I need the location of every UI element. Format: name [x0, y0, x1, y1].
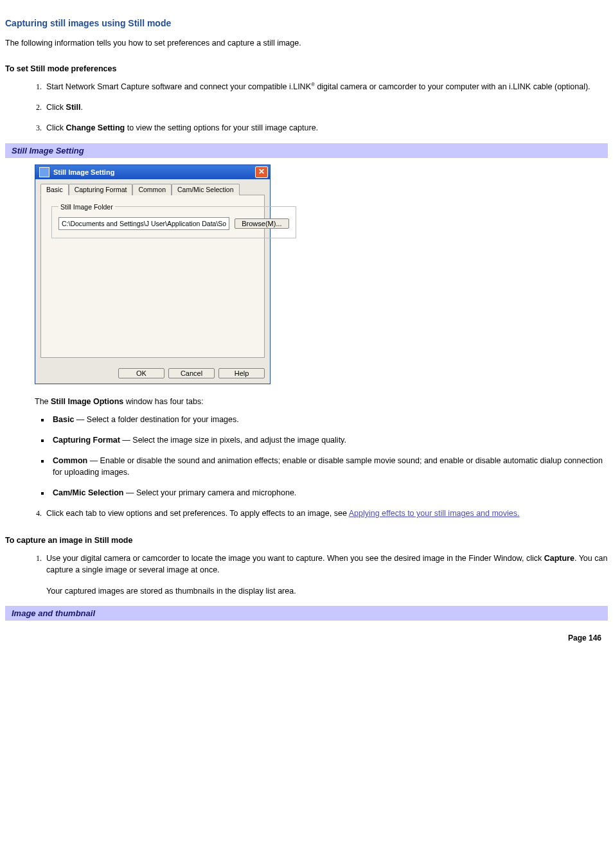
close-icon[interactable]: ✕ [255, 166, 268, 178]
dialog-button-row: OK Cancel Help [35, 364, 270, 384]
capture-step-1-note: Your captured images are stored as thumb… [46, 585, 608, 597]
capture-steps: Use your digital camera or camcorder to … [5, 553, 608, 596]
bullet-cam-mic: Cam/Mic Selection — Select your primary … [50, 487, 608, 499]
capture-step-1: Use your digital camera or camcorder to … [44, 553, 608, 596]
step-3: Click Change Setting to view the setting… [44, 122, 608, 134]
ok-button[interactable]: OK [118, 368, 164, 378]
figure-caption-image-thumbnail: Image and thumbnail [5, 606, 608, 621]
options-intro: The Still Image Options window has four … [35, 397, 608, 406]
dialog-still-image-setting: Still Image Setting ✕ Basic Capturing Fo… [35, 164, 271, 384]
step-2: Click Still. [44, 102, 608, 113]
intro-text: The following information tells you how … [5, 39, 608, 48]
bullet-basic-text: — Select a folder destination for your i… [74, 415, 238, 424]
dialog-title: Still Image Setting [53, 168, 255, 176]
bullet-capturing-format-bold: Capturing Format [53, 436, 120, 445]
bullet-capturing-format-text: — Select the image size in pixels, and a… [120, 436, 346, 445]
tab-common[interactable]: Common [132, 184, 172, 195]
step-1: Start Network Smart Capture software and… [44, 81, 608, 93]
options-intro-pre: The [35, 397, 51, 406]
step-4: Click each tab to view options and set p… [44, 508, 608, 519]
section-heading-capture: To capture an image in Still mode [5, 536, 608, 545]
bullet-cam-mic-bold: Cam/Mic Selection [53, 488, 123, 497]
capture-step-1a: Use your digital camera or camcorder to … [46, 554, 544, 563]
bullet-cam-mic-text: — Select your primary camera and microph… [123, 488, 296, 497]
options-intro-bold: Still Image Options [51, 397, 123, 406]
step-4-pre: Click each tab to view options and set p… [46, 509, 349, 518]
tab-description-list: Basic — Select a folder destination for … [5, 414, 608, 499]
tab-strip: Basic Capturing Format Common Cam/Mic Se… [40, 183, 265, 195]
options-intro-post: window has four tabs: [123, 397, 203, 406]
bullet-capturing-format: Capturing Format — Select the image size… [50, 434, 608, 446]
link-applying-effects[interactable]: Applying effects to your still images an… [349, 509, 520, 518]
step-3-bold: Change Setting [66, 123, 125, 132]
step-2-pre: Click [46, 103, 66, 112]
bullet-common: Common — Enable or disable the sound and… [50, 455, 608, 478]
browse-button[interactable]: Browse(M)... [235, 218, 289, 229]
step-3-pre: Click [46, 123, 66, 132]
preferences-steps: Start Network Smart Capture software and… [5, 81, 608, 134]
bullet-basic: Basic — Select a folder destination for … [50, 414, 608, 425]
section-heading-preferences: To set Still mode preferences [5, 64, 608, 73]
app-icon [39, 167, 49, 177]
bullet-common-bold: Common [53, 456, 87, 465]
step-2-post: . [80, 103, 82, 112]
folder-path-input[interactable]: C:\Documents and Settings\J User\Applica… [58, 217, 229, 230]
step-2-bold: Still [66, 103, 81, 112]
bullet-common-text: — Enable or disable the sound and animat… [53, 456, 603, 477]
page-number: Page 146 [5, 633, 601, 642]
step-1-text-b: digital camera or camcorder to your comp… [315, 82, 591, 91]
dialog-body: Basic Capturing Format Common Cam/Mic Se… [35, 179, 270, 364]
tab-basic[interactable]: Basic [40, 184, 69, 195]
dialog-titlebar: Still Image Setting ✕ [35, 165, 270, 179]
preferences-steps-cont: Click each tab to view options and set p… [5, 508, 608, 519]
bullet-basic-bold: Basic [53, 415, 74, 424]
folder-fieldset: Still Image Folder C:\Documents and Sett… [51, 203, 296, 238]
page-title: Capturing still images using Still mode [5, 18, 608, 28]
capture-step-1-bold: Capture [544, 554, 574, 563]
step-1-text-a: Start Network Smart Capture software and… [46, 82, 311, 91]
tab-content-basic: Still Image Folder C:\Documents and Sett… [40, 195, 265, 358]
step-3-post: to view the setting options for your sti… [125, 123, 318, 132]
cancel-button[interactable]: Cancel [168, 368, 215, 378]
folder-legend: Still Image Folder [58, 203, 115, 211]
tab-capturing-format[interactable]: Capturing Format [69, 184, 133, 195]
help-button[interactable]: Help [218, 368, 265, 378]
tab-cam-mic-selection[interactable]: Cam/Mic Selection [172, 184, 240, 195]
figure-caption-still-image-setting: Still Image Setting [5, 143, 608, 158]
